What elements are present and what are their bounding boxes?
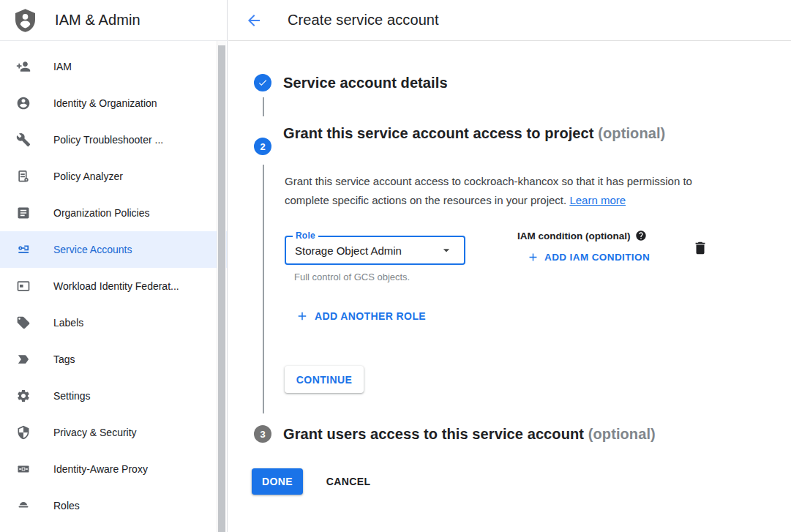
step2-circle: 2	[254, 138, 271, 155]
sidebar-item-service-accounts[interactable]: Service Accounts	[0, 231, 227, 268]
card-icon	[16, 279, 31, 293]
tag-arrow-icon	[16, 352, 31, 367]
sidebar-item-label: Privacy & Security	[53, 427, 137, 438]
add-another-role-button[interactable]: ADD ANOTHER ROLE	[296, 310, 426, 323]
page-title: Create service account	[288, 12, 439, 29]
sidebar-item-identity-organization[interactable]: Identity & Organization	[0, 85, 227, 121]
step3-title-text: Grant users access to this service accou…	[283, 426, 584, 442]
page-header: Create service account	[228, 0, 791, 41]
sidebar-item-label: Roles	[53, 500, 80, 512]
step1-title: Service account details	[283, 75, 448, 91]
step2-optional-label: (optional)	[598, 125, 665, 141]
role-select[interactable]: Role Storage Object Admin	[285, 236, 465, 265]
person-add-icon	[16, 59, 31, 74]
gear-icon	[16, 389, 31, 403]
policy-analyzer-icon	[16, 169, 31, 184]
add-iam-condition-button[interactable]: ADD IAM CONDITION	[527, 251, 650, 263]
hat-icon	[16, 498, 31, 513]
account-circle-icon	[16, 96, 31, 110]
dropdown-arrow-icon	[439, 243, 454, 258]
iam-condition-label: IAM condition (optional)	[517, 231, 630, 241]
step1-check-circle	[254, 74, 271, 91]
step3-optional-label: (optional)	[588, 426, 656, 442]
sidebar-item-label: Policy Troubleshooter ...	[53, 134, 163, 146]
sidebar-item-label: Tags	[53, 353, 75, 365]
sidebar-nav: IAM Identity & Organization Policy Troub…	[0, 41, 227, 524]
sidebar-item-privacy-security[interactable]: Privacy & Security	[0, 414, 227, 451]
sidebar-item-label: Identity & Organization	[53, 97, 157, 109]
proxy-icon	[16, 462, 31, 476]
step2-description-text: Grant this service account access to coc…	[285, 175, 692, 206]
sidebar-item-label: Identity-Aware Proxy	[53, 463, 148, 475]
add-iam-condition-label: ADD IAM CONDITION	[544, 252, 650, 263]
step-connector	[263, 97, 264, 116]
sidebar-item-identity-aware-proxy[interactable]: Identity-Aware Proxy	[0, 451, 227, 487]
iam-condition-row: IAM condition (optional)	[517, 230, 647, 241]
step3-number: 3	[260, 429, 265, 440]
shield-icon	[16, 425, 31, 440]
sidebar-item-workload-identity-federation[interactable]: Workload Identity Federat...	[0, 268, 227, 304]
continue-button[interactable]: CONTINUE	[285, 366, 364, 393]
sidebar-item-label: Policy Analyzer	[53, 171, 123, 182]
sidebar-item-settings[interactable]: Settings	[0, 378, 227, 414]
sidebar-item-label: Settings	[53, 390, 91, 402]
delete-role-button[interactable]	[692, 240, 708, 256]
sidebar-item-label: Labels	[53, 317, 83, 329]
learn-more-link[interactable]: Learn more	[569, 194, 626, 206]
sidebar-item-labels[interactable]: Labels	[0, 304, 227, 341]
sidebar-item-policy-troubleshooter[interactable]: Policy Troubleshooter ...	[0, 121, 227, 158]
service-account-key-icon	[16, 242, 31, 257]
sidebar-scrollbar-thumb[interactable]	[218, 45, 225, 532]
sidebar-item-label: Service Accounts	[53, 244, 132, 255]
check-icon	[258, 78, 268, 88]
sidebar-item-label: Workload Identity Federat...	[53, 280, 179, 292]
done-button[interactable]: DONE	[252, 468, 303, 495]
sidebar-item-organization-policies[interactable]: Organization Policies	[0, 195, 227, 231]
help-icon[interactable]	[635, 230, 647, 241]
app-title: IAM & Admin	[55, 12, 140, 29]
step-connector	[263, 165, 264, 413]
document-icon	[16, 206, 31, 220]
main-content: Create service account Service account d…	[228, 0, 791, 532]
sidebar-item-policy-analyzer[interactable]: Policy Analyzer	[0, 158, 227, 195]
add-another-role-label: ADD ANOTHER ROLE	[315, 310, 426, 322]
wrench-icon	[16, 132, 31, 147]
sidebar-item-iam[interactable]: IAM	[0, 48, 227, 85]
plus-icon	[527, 251, 539, 263]
plus-icon	[296, 310, 309, 323]
step3-circle: 3	[254, 425, 271, 443]
sidebar-item-roles[interactable]: Roles	[0, 487, 227, 524]
sidebar-item-tags[interactable]: Tags	[0, 341, 227, 378]
step2-number: 2	[260, 141, 265, 152]
back-arrow-icon[interactable]	[245, 12, 263, 29]
step2-title-text: Grant this service account access to pro…	[283, 125, 594, 141]
step3-title: Grant users access to this service accou…	[283, 426, 788, 443]
step2-description: Grant this service account access to coc…	[285, 172, 722, 209]
cancel-button[interactable]: CANCEL	[320, 468, 377, 495]
trash-icon	[692, 240, 708, 256]
step2-title: Grant this service account access to pro…	[283, 121, 684, 146]
sidebar-header: IAM & Admin	[0, 0, 227, 41]
sidebar-item-label: IAM	[53, 61, 72, 72]
iam-admin-shield-icon	[15, 9, 35, 32]
role-select-label: Role	[293, 231, 318, 241]
role-helper-text: Full control of GCS objects.	[294, 271, 410, 282]
sidebar-item-label: Organization Policies	[53, 207, 150, 219]
sidebar: IAM & Admin IAM Identity & Organization …	[0, 0, 228, 532]
label-icon	[16, 315, 31, 330]
role-select-value: Storage Object Admin	[295, 244, 439, 257]
